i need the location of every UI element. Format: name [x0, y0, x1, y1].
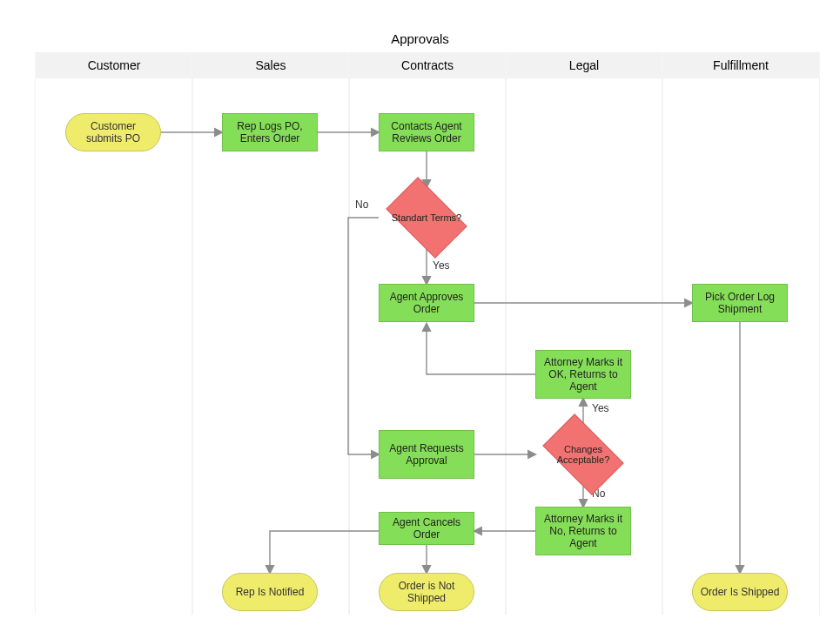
lane-header-fulfillment: Fulfillment: [662, 52, 820, 78]
lane-header-contracts: Contracts: [348, 52, 507, 78]
node-changes-acceptable-label: Changes Acceptable?: [544, 444, 622, 465]
node-rep-logs-po: Rep Logs PO, Enters Order: [222, 113, 318, 151]
node-attorney-ok: Attorney Marks it OK, Returns to Agent: [535, 350, 631, 399]
node-order-not-shipped: Order is Not Shipped: [379, 573, 474, 611]
node-standard-terms: Standart Terms?: [379, 187, 474, 248]
lane-body-fulfillment: [662, 78, 820, 615]
node-agent-cancels: Agent Cancels Order: [379, 512, 474, 545]
lane-header-sales: Sales: [192, 52, 350, 78]
node-contacts-agent-reviews: Contacts Agent Reviews Order: [379, 113, 474, 151]
diagram-title: Approvals: [0, 31, 840, 46]
lane-body-customer: [35, 78, 193, 615]
node-changes-acceptable: Changes Acceptable?: [535, 424, 631, 485]
node-standard-terms-label: Standart Terms?: [387, 212, 466, 223]
node-agent-requests: Agent Requests Approval: [379, 430, 474, 479]
edge-label-changes-yes: Yes: [592, 402, 609, 414]
lane-body-sales: [192, 78, 350, 615]
lane-header-legal: Legal: [505, 52, 663, 78]
node-agent-approves: Agent Approves Order: [379, 284, 474, 322]
lane-header-customer: Customer: [35, 52, 193, 78]
node-rep-notified: Rep Is Notified: [222, 573, 318, 611]
node-attorney-no: Attorney Marks it No, Returns to Agent: [535, 507, 631, 555]
node-order-shipped: Order Is Shipped: [692, 573, 788, 611]
edge-label-standard-yes: Yes: [433, 259, 450, 272]
node-pick-order: Pick Order Log Shipment: [692, 284, 788, 322]
node-customer-submits-po: Customer submits PO: [65, 113, 161, 151]
edge-label-standard-no: No: [355, 198, 368, 211]
